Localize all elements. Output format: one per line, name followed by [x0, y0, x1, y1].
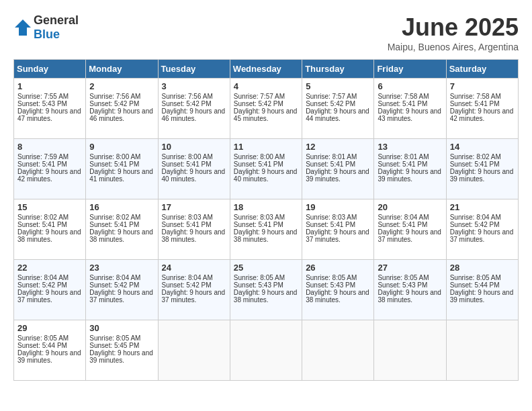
daylight-label: Daylight: 9 hours and 37 minutes. — [89, 289, 153, 304]
sunrise-label: Sunrise: 8:00 AM — [162, 153, 213, 161]
daylight-label: Daylight: 9 hours and 42 minutes. — [450, 107, 514, 122]
sunrise-label: Sunrise: 8:04 AM — [450, 214, 501, 221]
month-title: June 2025 — [388, 13, 519, 42]
daylight-label: Daylight: 9 hours and 38 minutes. — [89, 228, 153, 243]
sunset-label: Sunset: 5:42 PM — [17, 281, 67, 289]
sunset-label: Sunset: 5:44 PM — [450, 281, 500, 289]
daylight-label: Daylight: 9 hours and 37 minutes. — [17, 289, 81, 304]
sunrise-label: Sunrise: 8:03 AM — [234, 214, 285, 221]
day-number: 26 — [306, 263, 370, 273]
sunrise-label: Sunrise: 8:05 AM — [17, 334, 69, 342]
day-number: 11 — [234, 142, 298, 152]
day-number: 19 — [306, 202, 370, 212]
location-title: Maipu, Buenos Aires, Argentina — [388, 42, 519, 52]
table-row: 23 Sunrise: 8:04 AM Sunset: 5:42 PM Dayl… — [86, 260, 158, 320]
day-number: 6 — [378, 81, 442, 91]
day-number: 22 — [17, 263, 82, 273]
sunrise-label: Sunrise: 7:58 AM — [378, 93, 429, 100]
table-row: 21 Sunrise: 8:04 AM Sunset: 5:42 PM Dayl… — [446, 199, 518, 260]
col-sunday: Sunday — [14, 60, 86, 79]
sunset-label: Sunset: 5:41 PM — [234, 161, 283, 168]
daylight-label: Daylight: 9 hours and 39 minutes. — [378, 168, 441, 183]
table-row: 20 Sunrise: 8:04 AM Sunset: 5:41 PM Dayl… — [374, 199, 446, 260]
day-number: 8 — [17, 142, 82, 152]
sunset-label: Sunset: 5:42 PM — [306, 100, 355, 107]
day-number: 18 — [234, 202, 298, 212]
daylight-label: Daylight: 9 hours and 38 minutes. — [306, 289, 369, 304]
col-monday: Monday — [86, 60, 158, 79]
day-number: 24 — [162, 263, 226, 273]
sunset-label: Sunset: 5:41 PM — [306, 221, 355, 228]
col-saturday: Saturday — [446, 60, 518, 79]
table-row: 27 Sunrise: 8:05 AM Sunset: 5:43 PM Dayl… — [374, 260, 446, 320]
sunset-label: Sunset: 5:41 PM — [378, 161, 427, 168]
sunrise-label: Sunrise: 8:04 AM — [17, 274, 69, 281]
daylight-label: Daylight: 9 hours and 45 minutes. — [234, 107, 298, 122]
logo-text: General Blue — [34, 13, 79, 42]
sunset-label: Sunset: 5:42 PM — [89, 281, 139, 289]
table-row: 9 Sunrise: 8:00 AM Sunset: 5:41 PM Dayli… — [86, 139, 158, 199]
sunset-label: Sunset: 5:41 PM — [450, 100, 500, 107]
page-header: General Blue June 2025 Maipu, Buenos Air… — [13, 13, 519, 52]
daylight-label: Daylight: 9 hours and 40 minutes. — [162, 168, 226, 183]
sunrise-label: Sunrise: 7:58 AM — [450, 93, 501, 100]
table-row: 6 Sunrise: 7:58 AM Sunset: 5:41 PM Dayli… — [374, 79, 446, 139]
col-tuesday: Tuesday — [158, 60, 230, 79]
sunset-label: Sunset: 5:41 PM — [234, 221, 283, 228]
sunset-label: Sunset: 5:41 PM — [17, 221, 67, 228]
sunrise-label: Sunrise: 8:05 AM — [89, 334, 140, 342]
day-number: 15 — [17, 202, 82, 212]
daylight-label: Daylight: 9 hours and 39 minutes. — [450, 289, 514, 304]
day-number: 10 — [162, 142, 226, 152]
day-number: 21 — [450, 202, 515, 212]
sunrise-label: Sunrise: 8:02 AM — [17, 214, 69, 221]
day-number: 1 — [17, 81, 82, 91]
daylight-label: Daylight: 9 hours and 39 minutes. — [450, 168, 514, 183]
day-number: 30 — [89, 323, 154, 333]
sunrise-label: Sunrise: 7:59 AM — [17, 153, 69, 161]
table-row: 8 Sunrise: 7:59 AM Sunset: 5:41 PM Dayli… — [14, 139, 86, 199]
daylight-label: Daylight: 9 hours and 38 minutes. — [378, 289, 441, 304]
sunrise-label: Sunrise: 8:02 AM — [89, 214, 140, 221]
col-wednesday: Wednesday — [230, 60, 302, 79]
daylight-label: Daylight: 9 hours and 39 minutes. — [89, 349, 153, 364]
daylight-label: Daylight: 9 hours and 38 minutes. — [162, 228, 226, 243]
sunrise-label: Sunrise: 7:56 AM — [89, 93, 140, 100]
sunrise-label: Sunrise: 8:05 AM — [234, 274, 285, 281]
sunrise-label: Sunrise: 7:55 AM — [17, 93, 69, 100]
day-number: 4 — [234, 81, 298, 91]
day-number: 7 — [450, 81, 515, 91]
sunset-label: Sunset: 5:42 PM — [89, 100, 139, 107]
table-row: 26 Sunrise: 8:05 AM Sunset: 5:43 PM Dayl… — [302, 260, 374, 320]
daylight-label: Daylight: 9 hours and 37 minutes. — [306, 228, 369, 243]
sunset-label: Sunset: 5:41 PM — [162, 161, 212, 168]
sunset-label: Sunset: 5:41 PM — [89, 161, 139, 168]
sunset-label: Sunset: 5:45 PM — [89, 342, 139, 349]
sunset-label: Sunset: 5:43 PM — [378, 281, 427, 289]
calendar-week-row: 15 Sunrise: 8:02 AM Sunset: 5:41 PM Dayl… — [14, 199, 519, 260]
logo-blue: Blue — [34, 28, 60, 41]
sunrise-label: Sunrise: 8:01 AM — [306, 153, 357, 161]
sunset-label: Sunset: 5:41 PM — [306, 161, 355, 168]
sunset-label: Sunset: 5:42 PM — [162, 281, 212, 289]
sunset-label: Sunset: 5:43 PM — [306, 281, 355, 289]
daylight-label: Daylight: 9 hours and 38 minutes. — [17, 228, 81, 243]
table-row: 3 Sunrise: 7:56 AM Sunset: 5:42 PM Dayli… — [158, 79, 230, 139]
table-row — [158, 320, 230, 381]
col-thursday: Thursday — [302, 60, 374, 79]
table-row: 1 Sunrise: 7:55 AM Sunset: 5:43 PM Dayli… — [14, 79, 86, 139]
day-number: 14 — [450, 142, 515, 152]
sunrise-label: Sunrise: 8:03 AM — [162, 214, 213, 221]
table-row: 19 Sunrise: 8:03 AM Sunset: 5:41 PM Dayl… — [302, 199, 374, 260]
table-row: 22 Sunrise: 8:04 AM Sunset: 5:42 PM Dayl… — [14, 260, 86, 320]
day-number: 9 — [89, 142, 154, 152]
day-number: 20 — [378, 202, 442, 212]
col-friday: Friday — [374, 60, 446, 79]
sunrise-label: Sunrise: 8:04 AM — [89, 274, 140, 281]
sunset-label: Sunset: 5:42 PM — [450, 221, 500, 228]
daylight-label: Daylight: 9 hours and 38 minutes. — [234, 289, 298, 304]
sunrise-label: Sunrise: 8:04 AM — [162, 274, 213, 281]
svg-marker-0 — [15, 19, 31, 36]
sunset-label: Sunset: 5:43 PM — [234, 281, 283, 289]
sunset-label: Sunset: 5:44 PM — [17, 342, 67, 349]
